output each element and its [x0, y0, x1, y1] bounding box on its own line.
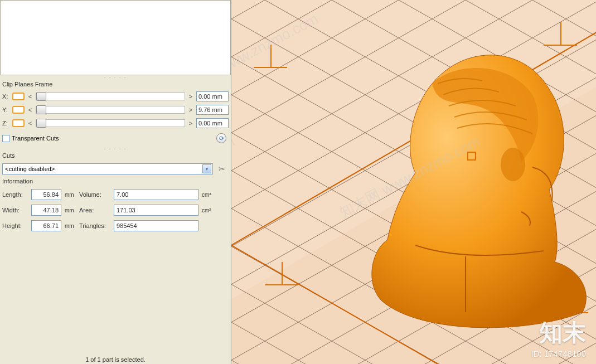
slider-z-thumb[interactable] — [36, 119, 46, 128]
y-value-input[interactable] — [196, 105, 229, 115]
model-bust[interactable] — [332, 22, 596, 334]
status-text: 1 of 1 part is selected. — [0, 356, 231, 363]
clip-planes-title: Clip Planes Frame — [0, 80, 231, 90]
axis-x-label: X: — [2, 93, 10, 100]
volume-label: Volume: — [79, 191, 110, 198]
z-increment[interactable]: > — [187, 120, 194, 127]
area-label: Area: — [79, 207, 110, 213]
selection-center-icon — [467, 152, 476, 161]
x-value-input[interactable] — [196, 91, 229, 101]
triangles-field[interactable] — [114, 220, 198, 231]
watermark-brand: 知末 — [539, 317, 586, 348]
length-field[interactable] — [31, 189, 61, 200]
slider-x-thumb[interactable] — [36, 92, 46, 101]
width-unit: mm — [65, 207, 76, 213]
cuts-select[interactable]: <cutting disabled> ▾ — [2, 163, 213, 174]
slider-z[interactable] — [36, 119, 185, 127]
length-label: Length: — [2, 191, 28, 198]
slider-y-thumb[interactable] — [36, 105, 46, 114]
slider-x[interactable] — [36, 93, 185, 100]
z-value-input[interactable] — [196, 118, 229, 128]
left-panel: · · · · · Clip Planes Frame X: < > Y: < … — [0, 0, 231, 364]
tree-placeholder — [0, 0, 231, 75]
clip-y-row: Y: < > — [0, 103, 231, 117]
svg-point-4 — [501, 148, 525, 181]
clip-x-row: X: < > — [0, 90, 231, 103]
volume-unit: cm³ — [202, 192, 216, 198]
triangles-label: Triangles: — [79, 222, 110, 229]
area-unit: cm² — [202, 207, 216, 213]
viewport-3d[interactable]: 知末网 www.znzmo.com 知末网 www.znzmo.com 知末网 … — [231, 0, 596, 364]
axis-marker-icon — [265, 262, 298, 295]
cuts-title: Cuts — [0, 151, 231, 161]
toggle-x[interactable] — [12, 93, 25, 100]
height-label: Height: — [2, 222, 28, 229]
clip-z-row: Z: < > — [0, 117, 231, 130]
axis-y-label: Y: — [2, 106, 10, 113]
length-unit: mm — [65, 192, 76, 198]
axis-marker-icon — [254, 45, 287, 78]
toggle-z[interactable] — [12, 119, 25, 127]
width-field[interactable] — [31, 205, 61, 216]
cuts-select-value: <cutting disabled> — [5, 166, 55, 172]
x-increment[interactable]: > — [187, 93, 194, 100]
watermark-id: ID: 174748100 — [531, 349, 586, 358]
width-label: Width: — [2, 207, 28, 213]
slider-y[interactable] — [36, 106, 185, 114]
panel-grip-2[interactable]: · · · · · — [0, 147, 231, 151]
y-increment[interactable]: > — [187, 106, 194, 113]
scissors-icon[interactable]: ✂ — [216, 163, 227, 174]
height-field[interactable] — [31, 220, 61, 231]
information-title: Information — [0, 177, 231, 187]
area-field[interactable] — [114, 205, 198, 216]
volume-field[interactable] — [114, 189, 198, 200]
x-decrement[interactable]: < — [27, 93, 33, 100]
height-unit: mm — [65, 223, 76, 229]
information-panel: Length: mm Volume: cm³ Width: mm Area: c… — [0, 187, 231, 236]
chevron-down-icon[interactable]: ▾ — [202, 164, 211, 173]
y-decrement[interactable]: < — [27, 106, 33, 113]
refresh-icon[interactable]: ⟳ — [216, 133, 226, 143]
transparent-cuts-checkbox[interactable] — [2, 135, 9, 142]
axis-z-label: Z: — [2, 120, 10, 127]
z-decrement[interactable]: < — [27, 120, 33, 127]
transparent-cuts-label: Transparent Cuts — [12, 135, 59, 142]
toggle-y[interactable] — [12, 106, 25, 114]
panel-grip[interactable]: · · · · · — [0, 75, 231, 80]
